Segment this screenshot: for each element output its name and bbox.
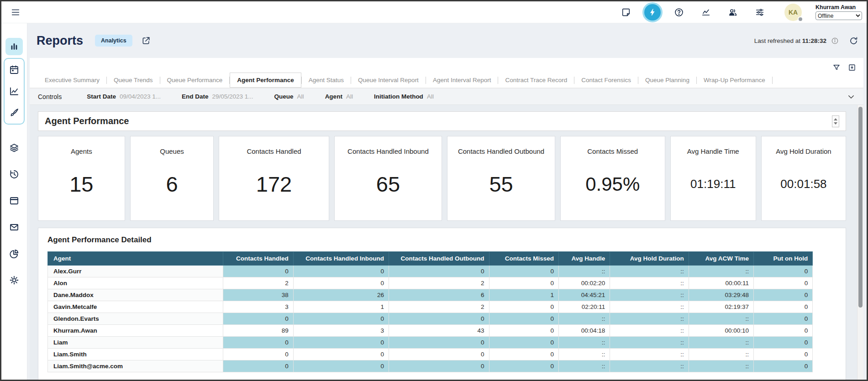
- download-button[interactable]: [848, 63, 856, 72]
- kpi-card-contacts-handled-inbound: Contacts Handled Inbound65: [334, 136, 442, 221]
- value-cell: 0: [754, 289, 813, 301]
- detail-panel: Agent Performance Detailed AgentContacts…: [38, 228, 846, 380]
- value-cell: ::: [558, 337, 610, 349]
- value-cell: 0: [754, 360, 813, 372]
- tab-contract-trace-record[interactable]: Contract Trace Record: [498, 73, 574, 87]
- column-header-agent: Agent: [48, 252, 223, 266]
- control-start-date[interactable]: Start Date09/04/2023 1...: [87, 93, 161, 100]
- calendar-icon: [9, 64, 20, 75]
- tab-contact-forensics[interactable]: Contact Forensics: [574, 73, 638, 87]
- value-cell: 0: [489, 266, 558, 277]
- scrollbar-thumb[interactable]: [858, 107, 863, 308]
- value-cell: ::: [610, 266, 689, 277]
- value-cell: 0: [754, 313, 813, 325]
- sidebar-item-layers[interactable]: [5, 139, 23, 157]
- users-button[interactable]: [724, 4, 742, 21]
- metrics-icon: [701, 7, 711, 17]
- sidebar-item-calendar[interactable]: [5, 61, 23, 78]
- control-queue[interactable]: QueueAll: [274, 93, 304, 100]
- agent-name-cell: Liam.Smith@acme.com: [48, 360, 223, 372]
- sidebar-item-bar-chart[interactable]: [5, 38, 23, 55]
- vertical-scrollbar[interactable]: [857, 105, 863, 380]
- kpi-label: Agents: [71, 147, 92, 155]
- menu-icon: [11, 7, 21, 17]
- detail-title: Agent Performance Detailed: [47, 235, 836, 245]
- value-cell: 0: [293, 266, 389, 277]
- value-cell: 3: [223, 301, 293, 313]
- agent-name-cell: Alex.Gurr: [48, 266, 223, 277]
- control-agent[interactable]: AgentAll: [325, 93, 353, 100]
- value-cell: ::: [610, 349, 689, 360]
- agent-status-select[interactable]: Offline: [815, 11, 862, 20]
- refresh-button[interactable]: [849, 36, 858, 46]
- tab-queue-performance[interactable]: Queue Performance: [160, 73, 230, 87]
- reports-panel: Executive SummaryQueue TrendsQueue Perfo…: [30, 58, 863, 380]
- stepper-up-icon[interactable]: [834, 118, 837, 120]
- tab-separator: [772, 77, 773, 84]
- sidebar: [1, 23, 27, 380]
- bolt-button[interactable]: [644, 4, 661, 21]
- page-header: Reports Analytics Last refreshed at 11:2…: [27, 23, 867, 58]
- tab-executive-summary[interactable]: Executive Summary: [38, 73, 106, 87]
- value-cell: ::: [610, 337, 689, 349]
- kpi-label: Avg Hold Duration: [776, 147, 831, 155]
- info-icon[interactable]: [831, 37, 839, 45]
- help-button[interactable]: [670, 4, 688, 21]
- column-header-contacts-handled: Contacts Handled: [223, 252, 293, 266]
- table-row-glendon.evarts: Glendon.Evarts0000::::::0: [48, 313, 813, 325]
- sidebar-item-mail[interactable]: [5, 219, 23, 236]
- kpi-card-contacts-handled: Contacts Handled172: [219, 136, 329, 221]
- avatar[interactable]: KA: [784, 4, 802, 21]
- value-cell: 0: [489, 277, 558, 289]
- metrics-button[interactable]: [697, 4, 715, 21]
- control-end-date[interactable]: End Date29/05/2023 1...: [182, 93, 253, 100]
- filter-button[interactable]: [832, 63, 841, 72]
- sidebar-item-line-chart[interactable]: [5, 83, 23, 100]
- kpi-value: 65: [376, 155, 400, 220]
- stepper-down-icon[interactable]: [834, 122, 837, 125]
- value-cell: 1: [293, 301, 389, 313]
- sidebar-item-gear[interactable]: [5, 271, 23, 289]
- user-block: Khurram Awan Offline: [815, 4, 862, 20]
- kpi-row: Agents15Queues6Contacts Handled172Contac…: [38, 136, 846, 221]
- help-icon: [674, 7, 684, 17]
- tab-agent-status[interactable]: Agent Status: [302, 73, 351, 87]
- top-bar: KA Khurram Awan Offline: [1, 1, 867, 23]
- tab-agent-performance[interactable]: Agent Performance: [230, 73, 301, 88]
- kpi-card-contacts-missed: Contacts Missed0.95%: [560, 136, 665, 221]
- sliders-button[interactable]: [751, 4, 768, 21]
- sidebar-item-window[interactable]: [5, 192, 23, 209]
- tab-queue-planning[interactable]: Queue Planning: [638, 73, 696, 87]
- sidebar-item-pie-chart[interactable]: [5, 245, 23, 262]
- value-cell: ::: [558, 349, 610, 360]
- section-stepper[interactable]: [832, 115, 839, 127]
- column-header-contacts-missed: Contacts Missed: [489, 252, 558, 266]
- kpi-label: Contacts Missed: [587, 147, 638, 155]
- value-cell: ::: [689, 313, 753, 325]
- value-cell: 1: [489, 289, 558, 301]
- controls-collapse-chevron-down-icon[interactable]: [847, 93, 855, 101]
- value-cell: 04:45:21: [558, 289, 610, 301]
- table-row-alon: Alon202000:02:20::00:00:110: [48, 277, 813, 289]
- menu-button[interactable]: [7, 4, 24, 21]
- external-link-icon[interactable]: [142, 36, 151, 45]
- tab-wrap-up-performance[interactable]: Wrap-Up Performance: [697, 73, 772, 87]
- bolt-icon: [648, 8, 657, 17]
- sidebar-item-design[interactable]: [5, 104, 23, 121]
- history-icon: [9, 169, 20, 180]
- kpi-card-avg-handle-time: Avg Handle Time01:19:11: [670, 136, 756, 221]
- value-cell: 0: [293, 349, 389, 360]
- value-cell: 00:00:10: [689, 325, 753, 337]
- note-button[interactable]: [617, 4, 635, 21]
- control-initiation-method[interactable]: Initiation MethodAll: [374, 93, 434, 100]
- tab-queue-trends[interactable]: Queue Trends: [107, 73, 160, 87]
- tab-agent-interval-report[interactable]: Agent Interval Report: [426, 73, 498, 87]
- sidebar-item-history[interactable]: [5, 166, 23, 183]
- section-title: Agent Performance: [45, 116, 129, 126]
- kpi-card-contacts-handled-outbound: Contacts Handled Outbound55: [447, 136, 555, 221]
- control-label: Initiation Method: [374, 93, 423, 100]
- kpi-label: Contacts Handled Outbound: [458, 147, 544, 155]
- value-cell: ::: [558, 266, 610, 277]
- table-row-dane.maddox: Dane.Maddox38266104:45:21::03:29:480: [48, 289, 813, 301]
- tab-queue-interval-report[interactable]: Queue Interval Report: [351, 73, 426, 87]
